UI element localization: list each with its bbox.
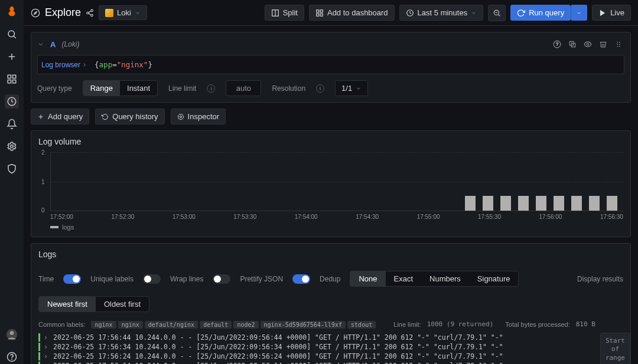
chart-xtick: 17:56:00 (539, 214, 562, 220)
add-query-button[interactable]: Add query (31, 109, 89, 124)
log-level-bar (38, 362, 40, 364)
chart-xtick: 17:54:00 (295, 214, 318, 220)
label-chip: node2 (233, 321, 258, 329)
time-toggle[interactable] (63, 274, 81, 284)
chart-bar[interactable] (571, 196, 582, 211)
eye-icon[interactable] (582, 38, 594, 50)
range-marker: Startofrange (600, 333, 630, 364)
search-icon[interactable] (5, 27, 19, 41)
shield-icon[interactable] (5, 162, 19, 176)
live-button[interactable]: Live (592, 5, 631, 21)
expand-icon[interactable]: › (44, 352, 50, 360)
legend-swatch (50, 226, 58, 228)
log-browser-button[interactable]: Log browser (41, 61, 87, 69)
line-limit-input[interactable]: auto (226, 80, 261, 96)
expand-icon[interactable]: › (44, 362, 50, 364)
log-level-bar (38, 333, 40, 342)
page-title: Explore (45, 6, 81, 19)
chart-bar[interactable] (500, 196, 511, 211)
chart-bar[interactable] (483, 196, 493, 211)
chart-xtick: 17:52:30 (111, 214, 134, 220)
chart-xtick: 17:54:30 (356, 214, 379, 220)
drag-icon[interactable] (613, 38, 624, 50)
log-volume-chart[interactable]: 2 1 0 (50, 152, 623, 211)
datasource-picker[interactable]: Loki (99, 5, 147, 20)
dedup-option-exact[interactable]: Exact (386, 271, 422, 286)
query-history-button[interactable]: Query history (95, 109, 164, 124)
explore-icon[interactable] (5, 94, 19, 109)
range-option[interactable]: Range (83, 81, 120, 96)
dedup-option-none[interactable]: None (350, 271, 385, 286)
log-row[interactable]: ›2022-06-25 17:56:14 10.244.0.0 - - [25/… (38, 361, 623, 364)
chart-bar[interactable] (465, 196, 476, 211)
dashboards-icon[interactable] (5, 72, 19, 86)
newest-first-option[interactable]: Newest first (39, 297, 96, 311)
info-icon[interactable]: i (316, 84, 324, 93)
expand-icon[interactable]: › (44, 343, 50, 351)
unique-labels-toggle[interactable] (143, 274, 161, 284)
total-bytes-value: 810 B (576, 320, 595, 328)
common-labels-label: Common labels: (38, 321, 85, 328)
chart-bar[interactable] (554, 196, 564, 211)
query-help-icon[interactable]: ? (551, 38, 563, 50)
chart-xtick: 17:55:30 (478, 214, 501, 220)
dedup-option-signature[interactable]: Signature (469, 271, 519, 286)
log-row[interactable]: ›2022-06-25 17:56:24 10.244.0.0 - - [25/… (38, 352, 623, 361)
inspector-button[interactable]: Inspector (171, 109, 226, 124)
help-icon[interactable] (5, 350, 19, 364)
chart-xtick: 17:55:00 (417, 214, 440, 220)
legend-label: logs (62, 224, 74, 231)
chevron-down-icon (471, 10, 477, 16)
svg-point-0 (8, 31, 15, 37)
trash-icon[interactable] (597, 38, 609, 50)
svg-point-39 (617, 44, 618, 45)
settings-icon[interactable] (5, 139, 19, 153)
collapse-icon[interactable] (37, 41, 44, 48)
share-icon[interactable] (86, 9, 94, 17)
info-icon[interactable]: i (207, 84, 215, 93)
loki-icon (105, 9, 113, 17)
svg-line-20 (89, 13, 91, 14)
alerting-icon[interactable] (5, 117, 19, 131)
label-chip: default/nginx (145, 321, 198, 329)
chart-bar[interactable] (536, 196, 546, 211)
expand-icon[interactable]: › (44, 333, 50, 342)
run-query-label: Run query (529, 8, 564, 17)
chart-bar[interactable] (589, 196, 600, 211)
oldest-first-option[interactable]: Oldest first (96, 297, 149, 311)
logs-title: Logs (31, 244, 630, 265)
label-chip: nginx (118, 321, 143, 329)
add-to-dashboard-button[interactable]: Add to dashboard (309, 5, 395, 21)
svg-rect-25 (317, 14, 319, 16)
copy-icon[interactable] (567, 38, 578, 50)
prettify-toggle[interactable] (292, 274, 310, 284)
instant-option[interactable]: Instant (120, 81, 157, 96)
svg-point-11 (10, 331, 14, 335)
resolution-select[interactable]: 1/1 (335, 80, 368, 96)
chart-xtick: 17:52:00 (50, 214, 73, 220)
plus-icon[interactable] (5, 50, 19, 64)
chart-bar[interactable] (607, 196, 617, 211)
log-volume-panel: Log volume 2 1 0 17:52:0017:52:3017:53:0… (31, 130, 631, 237)
time-label: Time (38, 275, 54, 283)
log-row[interactable]: ›2022-06-25 17:56:44 10.244.0.0 - - [25/… (38, 333, 623, 342)
nav-sidebar (0, 0, 24, 364)
dedup-group: NoneExactNumbersSignature (350, 271, 519, 287)
dedup-option-numbers[interactable]: Numbers (421, 271, 469, 286)
split-button[interactable]: Split (265, 5, 304, 21)
wrap-lines-toggle[interactable] (213, 274, 230, 284)
svg-rect-24 (320, 9, 323, 12)
grafana-logo-icon[interactable] (5, 5, 19, 19)
time-range-picker[interactable]: Last 5 minutes (399, 5, 484, 21)
query-input[interactable]: {app="nginx"} (92, 58, 620, 71)
chart-bar[interactable] (518, 196, 529, 211)
avatar[interactable] (5, 327, 19, 342)
prettify-label: Prettify JSON (240, 275, 283, 283)
run-query-button[interactable]: Run query (510, 5, 571, 21)
svg-marker-15 (34, 11, 37, 14)
zoom-out-button[interactable] (488, 5, 506, 21)
log-row[interactable]: ›2022-06-25 17:56:34 10.244.0.0 - - [25/… (38, 342, 623, 352)
run-query-dropdown[interactable] (571, 5, 587, 21)
log-text: 2022-06-25 17:56:24 10.244.0.0 - - [25/J… (53, 352, 503, 360)
svg-line-29 (498, 14, 500, 16)
